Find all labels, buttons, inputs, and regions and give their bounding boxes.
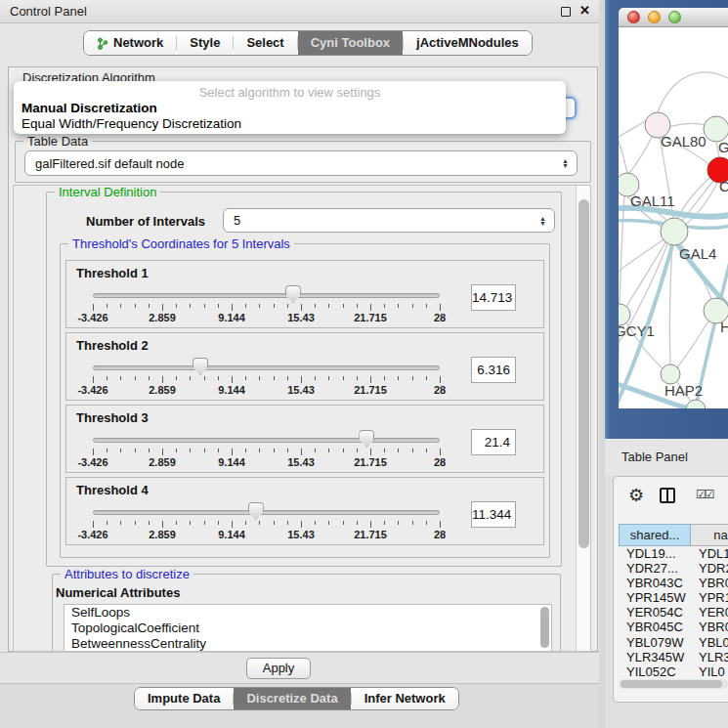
attribute-list-item[interactable]: SelfLoops xyxy=(64,605,551,621)
network-edge[interactable] xyxy=(619,137,627,173)
table-row[interactable]: YDR27...YDR2 xyxy=(619,561,728,576)
slider-track[interactable] xyxy=(93,438,440,443)
table-cell: YDR27... xyxy=(619,561,691,576)
list-scrollbar[interactable] xyxy=(540,607,549,648)
threshold-value-field[interactable]: 6.316 xyxy=(471,357,516,383)
table-data-group-title: Table Data xyxy=(23,134,92,149)
table-row[interactable]: YLR345WYLR3 xyxy=(619,650,728,664)
slider-tick xyxy=(149,521,150,525)
slider-tick xyxy=(384,304,385,308)
algorithm-dropdown-popup: Select algorithm to view settings Manual… xyxy=(14,81,566,134)
columns-icon[interactable] xyxy=(660,488,675,503)
network-icon xyxy=(97,37,108,50)
slider-tick xyxy=(343,521,344,525)
table-row[interactable]: YBR045CYBR0 xyxy=(619,620,728,634)
slider-tick xyxy=(287,376,288,380)
numerical-attributes-list[interactable]: SelfLoopsTopologicalCoefficientBetweenne… xyxy=(64,604,552,652)
slider-handle[interactable] xyxy=(285,285,301,303)
slider-track[interactable] xyxy=(93,365,440,370)
slider-tick xyxy=(328,376,329,380)
network-window-titlebar[interactable] xyxy=(619,8,728,27)
tab-select[interactable]: Select xyxy=(234,31,296,55)
table-row[interactable]: YIL052CYIL0 xyxy=(619,664,728,679)
float-window-icon[interactable] xyxy=(561,7,571,17)
slider-handle[interactable] xyxy=(248,502,264,520)
table-row[interactable]: YDL19...YDL1 xyxy=(619,546,728,561)
tab-cyni-toolbox[interactable]: Cyni Toolbox xyxy=(298,31,403,55)
slider-handle[interactable] xyxy=(193,358,208,375)
network-edge[interactable] xyxy=(669,245,672,364)
network-view-window[interactable]: GAL80GACGAL11GAL4GCY1HHAP2 xyxy=(605,0,728,439)
slider-tick-label: -3.426 xyxy=(68,456,117,468)
slider-tick xyxy=(259,304,260,308)
network-edge[interactable] xyxy=(620,196,624,304)
dropdown-option-equal-width[interactable]: Equal Width/Frequency Discretization xyxy=(21,116,241,131)
slider-track[interactable] xyxy=(93,293,440,298)
network-node-hap2[interactable] xyxy=(661,364,680,384)
network-edge[interactable] xyxy=(683,183,717,227)
threshold-value-field[interactable]: 11.344 xyxy=(471,501,516,528)
slider-handle[interactable] xyxy=(359,430,374,448)
network-edge[interactable] xyxy=(619,239,664,279)
tab-discretize-data[interactable]: Discretize Data xyxy=(234,688,350,709)
slider-tick xyxy=(301,521,302,528)
gear-icon[interactable]: ⚙ xyxy=(628,485,644,506)
column-header-1[interactable]: shared... xyxy=(619,524,691,546)
close-light-red-icon[interactable] xyxy=(627,11,640,23)
tab-jactivemnodules[interactable]: jActiveMNodules xyxy=(404,31,532,55)
slider-tick xyxy=(301,449,302,455)
table-horizontal-scrollbar[interactable] xyxy=(619,679,728,689)
zoom-light-green-icon[interactable] xyxy=(668,11,681,23)
screen: Control Panel ✕ NetworkStyleSelectCyni T… xyxy=(0,0,728,728)
network-edge[interactable] xyxy=(658,72,728,112)
threshold-value-field[interactable]: 14.713 xyxy=(471,284,516,311)
slider-tick xyxy=(384,521,385,525)
slider-tick xyxy=(274,449,275,452)
column-header-2[interactable]: na xyxy=(691,524,728,546)
table-header-row: shared...na xyxy=(619,524,728,546)
apply-button[interactable]: Apply xyxy=(246,658,311,679)
network-edge-highlighted[interactable] xyxy=(619,208,728,217)
table-data-combobox[interactable]: galFiltered.sif default node ▲▼ xyxy=(24,150,578,176)
table-cell: YPR1 xyxy=(691,590,728,605)
attribute-list-item[interactable]: TopologicalCoefficient xyxy=(64,621,551,636)
tab-impute-data[interactable]: Impute Data xyxy=(135,688,233,709)
slider-tick-label: -3.426 xyxy=(68,312,117,323)
slider-tick xyxy=(107,449,107,452)
slider-tick xyxy=(274,521,275,525)
table-row[interactable]: YBL079WYBL0 xyxy=(619,635,728,650)
table-row[interactable]: YBR043CYBR0 xyxy=(619,576,728,590)
table-row[interactable]: YPR145WYPR1 xyxy=(619,590,728,605)
slider-tick xyxy=(440,376,441,383)
top-tab-bar: NetworkStyleSelectCyni ToolboxjActiveMNo… xyxy=(83,30,533,56)
tab-network[interactable]: Network xyxy=(84,31,176,55)
slider-tick xyxy=(218,304,219,308)
settings-scrollbar[interactable] xyxy=(576,186,590,651)
close-icon[interactable]: ✕ xyxy=(579,3,590,18)
slider-tick xyxy=(426,304,427,308)
tab-infer-network[interactable]: Infer Network xyxy=(352,688,458,709)
table-scrollbar-thumb[interactable] xyxy=(621,680,722,688)
attribute-list-item[interactable]: BetweennessCentrality xyxy=(64,636,551,652)
tab-style[interactable]: Style xyxy=(177,31,233,55)
minimize-light-yellow-icon[interactable] xyxy=(648,11,661,23)
dropdown-option-manual[interactable]: Manual Discretization xyxy=(21,101,157,115)
network-node[interactable] xyxy=(686,400,706,408)
slider-tick xyxy=(176,304,177,308)
slider-tick-label: 15.43 xyxy=(277,529,325,540)
threshold-value-field[interactable]: 21.4 xyxy=(471,429,516,455)
control-panel: Control Panel ✕ NetworkStyleSelectCyni T… xyxy=(0,0,605,728)
network-graph: GAL80GACGAL11GAL4GCY1HHAP2 xyxy=(619,27,728,408)
attributes-group: Attributes to discretize Numerical Attri… xyxy=(52,574,561,652)
threshold-3-panel: Threshold 3-3.4262.8599.14415.4321.71528… xyxy=(65,405,544,473)
slider-tick xyxy=(93,304,94,311)
network-canvas[interactable]: GAL80GACGAL11GAL4GCY1HHAP2 xyxy=(619,27,728,408)
checkboxes-icon[interactable]: ☑☑ xyxy=(696,488,713,501)
network-node-gal4[interactable] xyxy=(661,218,688,245)
settings-scrollbar-thumb[interactable] xyxy=(578,199,589,548)
slider-tick xyxy=(135,449,136,452)
table-row[interactable]: YER054CYER0 xyxy=(619,605,728,620)
slider-tick xyxy=(245,449,246,452)
slider-track[interactable] xyxy=(93,510,440,515)
number-of-intervals-combobox[interactable]: 5 ▲▼ xyxy=(223,208,555,233)
